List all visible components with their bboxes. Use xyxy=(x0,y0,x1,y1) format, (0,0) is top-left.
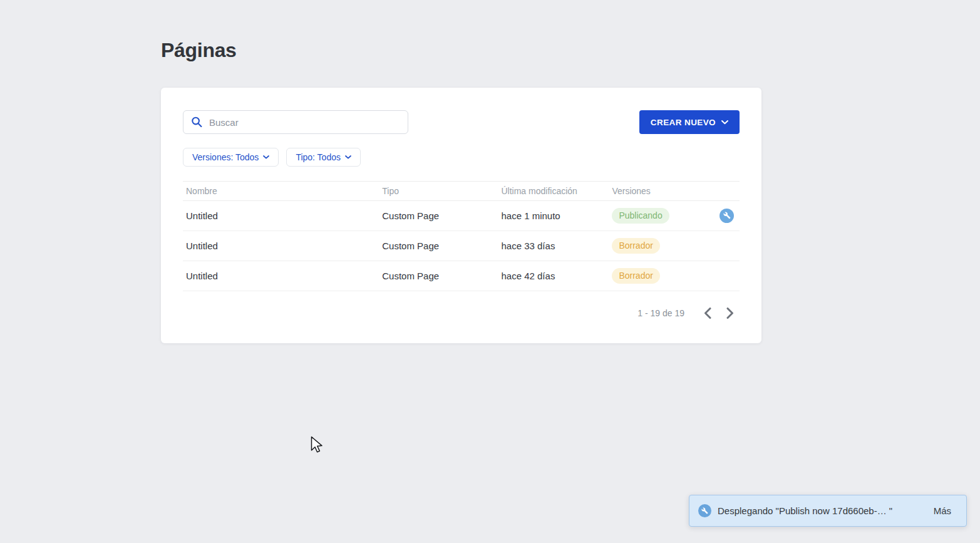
chevron-right-icon xyxy=(726,308,734,319)
cell-modified: hace 33 días xyxy=(501,240,612,251)
filter-tipo[interactable]: Tipo: Todos xyxy=(286,148,361,167)
chevron-down-icon xyxy=(263,155,269,159)
search-icon xyxy=(191,116,203,128)
cell-name: Untitled xyxy=(183,210,382,221)
filter-versiones-label: Versiones: Todos xyxy=(192,152,259,162)
wrench-icon xyxy=(698,504,711,517)
search-input[interactable] xyxy=(183,110,408,134)
table-row[interactable]: Untitled Custom Page hace 42 días Borrad… xyxy=(183,261,740,291)
toolbar: CREAR NUEVO xyxy=(183,110,740,134)
column-header-ultima-modificacion: Última modificación xyxy=(501,186,612,196)
cell-type: Custom Page xyxy=(382,240,501,251)
cell-name: Untitled xyxy=(183,271,382,281)
cell-type: Custom Page xyxy=(382,210,501,221)
create-new-button[interactable]: CREAR NUEVO xyxy=(639,110,740,134)
column-header-nombre: Nombre xyxy=(183,186,382,196)
filter-versiones[interactable]: Versiones: Todos xyxy=(183,148,279,167)
table-header: Nombre Tipo Última modificación Versione… xyxy=(183,181,740,201)
toast-more-button[interactable]: Más xyxy=(934,505,951,516)
cell-name: Untitled xyxy=(183,240,382,251)
chevron-down-icon xyxy=(721,120,728,125)
create-new-label: CREAR NUEVO xyxy=(651,118,716,127)
cell-type: Custom Page xyxy=(382,271,501,281)
table-row[interactable]: Untitled Custom Page hace 1 minuto Publi… xyxy=(183,201,740,231)
column-header-tipo: Tipo xyxy=(382,186,501,196)
filter-bar: Versiones: Todos Tipo: Todos xyxy=(183,148,740,167)
filter-tipo-label: Tipo: Todos xyxy=(296,152,341,162)
cell-modified: hace 42 días xyxy=(501,271,612,281)
status-badge: Publicando xyxy=(612,208,669,224)
status-badge: Borrador xyxy=(612,238,659,254)
search-box[interactable] xyxy=(183,110,408,134)
table-row[interactable]: Untitled Custom Page hace 33 días Borrad… xyxy=(183,231,740,261)
column-header-versiones: Versiones xyxy=(612,186,740,196)
cell-modified: hace 1 minuto xyxy=(501,210,612,221)
pagination: 1 - 19 de 19 xyxy=(183,304,740,323)
deployment-toast: Desplegando "Publish now 17d660eb-… " Má… xyxy=(689,495,967,527)
wrench-icon[interactable] xyxy=(720,209,734,223)
mouse-cursor xyxy=(311,436,325,459)
pagination-next-button[interactable] xyxy=(721,304,740,323)
pages-table: Nombre Tipo Última modificación Versione… xyxy=(183,181,740,291)
chevron-left-icon xyxy=(704,308,711,319)
chevron-down-icon xyxy=(345,155,351,159)
pages-panel: CREAR NUEVO Versiones: Todos Tipo: Todo xyxy=(161,88,761,343)
status-badge: Borrador xyxy=(612,268,659,284)
page-title: Páginas xyxy=(161,39,237,62)
pagination-prev-button[interactable] xyxy=(698,304,717,323)
toast-message: Desplegando "Publish now 17d660eb-… " xyxy=(718,505,892,516)
pagination-range-label: 1 - 19 de 19 xyxy=(637,308,684,318)
